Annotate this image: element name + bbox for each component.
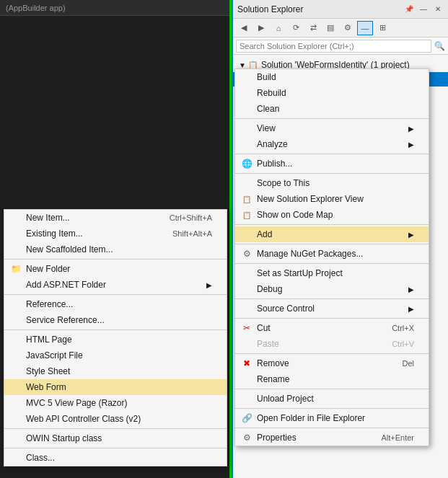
rcm-sep-9 xyxy=(235,353,429,354)
forward-btn[interactable]: ▶ xyxy=(253,21,269,35)
rcm-sep-1 xyxy=(235,118,429,119)
separator-3 xyxy=(4,329,227,330)
rebuild-label: Rebuild xyxy=(257,88,286,98)
menu-existing-item[interactable]: Existing Item... Shift+Alt+A xyxy=(4,226,227,242)
new-folder-label: New Folder xyxy=(26,264,70,274)
add-arrow: ▶ xyxy=(408,231,414,239)
remove-label: Remove xyxy=(257,358,289,368)
debug-label: Debug xyxy=(257,284,282,294)
rcm-paste[interactable]: Paste Ctrl+V xyxy=(235,336,429,352)
rcm-cut[interactable]: ✂ Cut Ctrl+X xyxy=(235,320,429,336)
new-se-view-icon: 📋 xyxy=(241,193,252,205)
search-input[interactable] xyxy=(236,40,431,53)
remove-shortcut: Del xyxy=(387,359,414,368)
properties-icon: ⚙ xyxy=(241,432,252,443)
rcm-sep-12 xyxy=(235,428,429,428)
style-sheet-label: Style Sheet xyxy=(26,366,70,376)
menu-webapi[interactable]: Web API Controller Class (v2) xyxy=(4,411,227,427)
menu-new-item[interactable]: New Item... Ctrl+Shift+A xyxy=(4,210,227,226)
sync-btn[interactable]: ⇄ xyxy=(305,21,321,35)
rcm-open-folder[interactable]: 🔗 Open Folder in File Explorer xyxy=(235,410,429,426)
se-title-text: Solution Explorer xyxy=(237,4,403,14)
scaffolded-item-label: New Scaffolded Item... xyxy=(26,244,113,255)
arrow-icon: ▶ xyxy=(206,281,212,289)
settings-btn[interactable]: ⚙ xyxy=(340,21,356,35)
build-label: Build xyxy=(257,72,276,82)
active-btn[interactable]: — xyxy=(357,21,373,35)
rcm-debug[interactable]: Debug ▶ xyxy=(235,281,429,297)
menu-reference[interactable]: Reference... xyxy=(4,296,227,312)
se-title-bar: Solution Explorer 📌 — ✕ xyxy=(233,0,448,19)
filter-btn[interactable]: ▤ xyxy=(322,21,338,35)
rcm-nuget[interactable]: ⚙ Manage NuGet Packages... xyxy=(235,246,429,262)
menu-js-file[interactable]: JavaScript File xyxy=(4,348,227,363)
menu-style-sheet[interactable]: Style Sheet xyxy=(4,363,227,379)
rcm-new-se-view[interactable]: 📋 New Solution Explorer View xyxy=(235,191,429,207)
rcm-rename[interactable]: Rename xyxy=(235,371,429,387)
back-btn[interactable]: ◀ xyxy=(236,21,252,35)
rcm-source-control[interactable]: Source Control ▶ xyxy=(235,301,429,317)
webapi-label: Web API Controller Class (v2) xyxy=(26,414,141,424)
menu-owin[interactable]: OWIN Startup class xyxy=(4,430,227,446)
rcm-remove[interactable]: ✖ Remove Del xyxy=(235,355,429,371)
owin-label: OWIN Startup class xyxy=(26,433,102,443)
remove-icon: ✖ xyxy=(241,358,252,369)
code-map-label: Show on Code Map xyxy=(257,210,333,220)
menu-class[interactable]: Class... xyxy=(4,450,227,466)
separator-1 xyxy=(4,259,227,260)
menu-html-page[interactable]: HTML Page xyxy=(4,332,227,348)
properties-label: Properties xyxy=(257,433,297,443)
paste-shortcut: Ctrl+V xyxy=(377,340,414,348)
folder-explorer-icon: 🔗 xyxy=(241,412,252,424)
menu-service-reference[interactable]: Service Reference... xyxy=(4,312,227,328)
expand-arrow: ▼ xyxy=(239,61,246,69)
rcm-code-map[interactable]: 📋 Show on Code Map xyxy=(235,207,429,223)
menu-aspnet-folder[interactable]: Add ASP.NET Folder ▶ xyxy=(4,277,227,293)
menu-scaffolded-item[interactable]: New Scaffolded Item... xyxy=(4,242,227,257)
service-reference-label: Service Reference... xyxy=(26,315,105,325)
rcm-add[interactable]: Add ▶ xyxy=(235,226,429,242)
expand-btn[interactable]: ⊞ xyxy=(374,21,390,35)
refresh-btn[interactable]: ⟳ xyxy=(288,21,304,35)
rcm-rebuild[interactable]: Rebuild xyxy=(235,85,429,101)
left-title-bar: (AppBuilder app) xyxy=(0,0,230,16)
existing-item-shortcut: Shift+Alt+A xyxy=(158,229,212,238)
menu-mvc-view[interactable]: MVC 5 View Page (Razor) xyxy=(4,395,227,411)
rcm-view[interactable]: View ▶ xyxy=(235,120,429,136)
unload-label: Unload Project xyxy=(257,394,314,404)
context-menu-left: New Item... Ctrl+Shift+A Existing Item..… xyxy=(4,209,227,466)
home-btn[interactable]: ⌂ xyxy=(271,21,286,35)
rcm-properties[interactable]: ⚙ Properties Alt+Enter xyxy=(235,430,429,446)
rcm-analyze[interactable]: Analyze ▶ xyxy=(235,136,429,152)
scope-label: Scope to This xyxy=(257,178,309,188)
class-label: Class... xyxy=(26,453,55,463)
rcm-publish[interactable]: 🌐 Publish... xyxy=(235,156,429,172)
source-control-arrow: ▶ xyxy=(408,305,414,313)
context-menu-right: Build Rebuild Clean View ▶ Analyze ▶ 🌐 P… xyxy=(234,68,429,446)
menu-new-folder[interactable]: 📁 New Folder xyxy=(4,261,227,277)
js-file-label: JavaScript File xyxy=(26,350,83,360)
rcm-sep-2 xyxy=(235,154,429,154)
analyze-arrow: ▶ xyxy=(408,141,414,149)
new-se-view-label: New Solution Explorer View xyxy=(257,194,364,204)
rcm-sep-5 xyxy=(235,244,429,244)
publish-label: Publish... xyxy=(257,159,292,169)
analyze-label: Analyze xyxy=(257,139,288,149)
existing-item-label: Existing Item... xyxy=(26,229,83,239)
properties-shortcut: Alt+Enter xyxy=(366,433,414,442)
rcm-startup[interactable]: Set as StartUp Project xyxy=(235,265,429,281)
pin-icon[interactable]: 📌 xyxy=(403,4,415,15)
rcm-scope[interactable]: Scope to This xyxy=(235,175,429,191)
view-label: View xyxy=(257,123,276,133)
close-icon[interactable]: ✕ xyxy=(432,4,444,15)
minimize-icon[interactable]: — xyxy=(418,4,429,15)
source-control-label: Source Control xyxy=(257,304,315,314)
se-title-icons: 📌 — ✕ xyxy=(403,4,444,15)
aspnet-folder-label: Add ASP.NET Folder xyxy=(26,280,106,290)
se-toolbar: ◀ ▶ ⌂ ⟳ ⇄ ▤ ⚙ — ⊞ xyxy=(233,19,448,37)
cut-label: Cut xyxy=(257,323,271,333)
menu-web-form[interactable]: Web Form xyxy=(4,379,227,395)
rcm-unload[interactable]: Unload Project xyxy=(235,391,429,407)
rcm-clean[interactable]: Clean xyxy=(235,101,429,117)
rcm-build[interactable]: Build xyxy=(235,69,429,85)
